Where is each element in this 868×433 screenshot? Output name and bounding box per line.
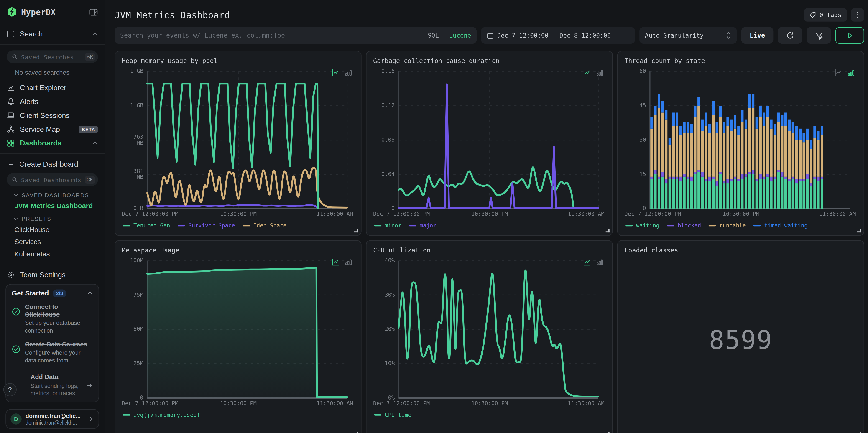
line-chart-toggle-icon[interactable] <box>583 258 591 266</box>
panel-heap-memory: Heap memory usage by pool 1 GB1 GB763 MB… <box>115 51 361 236</box>
chevron-down-icon <box>13 216 18 221</box>
sidebar-item-chart-explorer[interactable]: Chart Explorer <box>0 81 104 95</box>
line-chart-toggle-icon[interactable] <box>332 68 340 77</box>
legend-item[interactable]: runnable <box>709 222 746 228</box>
y-axis-labels: 40%30%20%10%0% <box>373 261 399 398</box>
event-search-placeholder: Search your events w/ Lucene ex. column:… <box>120 32 285 39</box>
legend-item[interactable]: CPU time <box>374 412 411 418</box>
line-chart-toggle-icon[interactable] <box>583 68 591 77</box>
play-icon <box>846 32 854 39</box>
check-circle-icon <box>11 345 21 353</box>
refresh-button[interactable] <box>778 27 802 44</box>
sidebar-item-service-map[interactable]: Service Map BETA <box>0 122 104 136</box>
chevron-up-icon <box>92 140 98 146</box>
bar-chart-toggle-icon[interactable] <box>847 68 855 77</box>
chart-explorer-icon <box>7 84 15 92</box>
y-axis-labels: 604530150 <box>624 71 650 209</box>
step-title: Add Data <box>31 373 82 381</box>
legend-item[interactable]: waiting <box>625 222 659 228</box>
legend-item[interactable]: Tenured Gen <box>123 222 170 228</box>
sidebar-item-label: Search <box>20 30 43 38</box>
step-desc: Set up your database connection <box>25 320 93 335</box>
sidebar-item-clickhouse[interactable]: ClickHouse <box>0 223 104 236</box>
legend-item[interactable]: Survivor Space <box>178 222 235 228</box>
sidebar-item-kubernetes[interactable]: Kubernetes <box>0 248 104 260</box>
search-icon <box>11 177 18 183</box>
more-options-button[interactable] <box>851 8 864 22</box>
chart-plot-area[interactable] <box>147 71 354 209</box>
bar-chart-toggle-icon[interactable] <box>344 68 352 77</box>
toolbar: Search your events w/ Lucene ex. column:… <box>115 27 864 44</box>
legend-item[interactable]: minor <box>374 222 401 228</box>
bell-icon <box>7 97 15 105</box>
tags-label: 0 Tags <box>819 11 842 19</box>
plus-icon <box>8 161 14 167</box>
sidebar-item-team-settings[interactable]: Team Settings <box>0 268 104 282</box>
create-dashboard-label: Create Dashboard <box>19 160 78 168</box>
legend-item[interactable]: blocked <box>667 222 701 228</box>
tags-button[interactable]: 0 Tags <box>804 8 847 22</box>
line-chart-toggle-icon[interactable] <box>332 258 340 266</box>
live-button[interactable]: Live <box>741 27 773 44</box>
step-title: Create Data Sources <box>25 340 93 348</box>
create-dashboard-button[interactable]: Create Dashboard <box>0 157 104 171</box>
x-axis-labels: Dec 7 12:00:00 PM10:30:00 PM11:30:00 AM <box>373 400 606 407</box>
legend-item[interactable]: avg(jvm.memory.used) <box>123 412 200 418</box>
saved-searches-input[interactable]: Saved Searches ⌘K <box>7 50 98 63</box>
get-started-step-add-data[interactable]: Add Data Start sending logs, metrics, or… <box>11 373 93 398</box>
logo-row: HyperDX <box>0 7 104 17</box>
language-toggle-sql[interactable]: SQL <box>428 32 439 39</box>
language-toggle-lucene[interactable]: Lucene <box>449 32 471 39</box>
search-page-icon <box>7 30 15 38</box>
main-content: JVM Metrics Dashboard 0 Tags Search your… <box>105 0 868 433</box>
saved-dashboards-input[interactable]: Saved Dashboards ⌘K <box>7 173 98 186</box>
sidebar-item-label: Alerts <box>20 97 38 105</box>
sidebar-item-client-sessions[interactable]: Client Sessions <box>0 109 104 122</box>
chart-plot-area[interactable] <box>650 71 857 209</box>
date-range-picker[interactable]: Dec 7 12:00:00 - Dec 8 12:00:00 <box>481 27 635 44</box>
saved-dashboards-placeholder: Saved Dashboards <box>21 176 81 183</box>
panel-resize-handle[interactable] <box>354 228 358 233</box>
get-started-progress-badge: 2/3 <box>53 289 66 297</box>
sidebar-collapse-icon[interactable] <box>89 7 98 17</box>
sidebar-item-search[interactable]: Search <box>0 27 104 41</box>
user-menu[interactable]: D dominic.tran@clic... dominic.tran@clic… <box>5 409 99 429</box>
bar-chart-toggle-icon[interactable] <box>596 258 604 266</box>
panel-metaspace: Metaspace Usage 100M75M50M25M0 Dec 7 12:… <box>115 240 361 433</box>
sidebar-item-jvm-metrics-dashboard[interactable]: JVM Metrics Dashboard <box>0 200 104 212</box>
calendar-icon <box>487 32 494 39</box>
shortcut-badge: ⌘K <box>85 53 95 61</box>
section-presets[interactable]: PRESETS <box>0 212 104 223</box>
get-started-step-connect[interactable]: Connect to ClickHouse Set up your databa… <box>11 303 93 335</box>
panel-resize-handle[interactable] <box>857 228 861 233</box>
sidebar-item-dashboards[interactable]: Dashboards <box>0 136 104 150</box>
legend-item[interactable]: timed_waiting <box>754 222 808 228</box>
legend-item[interactable]: major <box>409 222 436 228</box>
chart-plot-area[interactable] <box>399 261 606 398</box>
panel-resize-handle[interactable] <box>606 228 610 233</box>
app-window: HyperDX Search Saved Searches ⌘K No save… <box>0 0 868 433</box>
search-icon <box>11 54 18 60</box>
legend-item[interactable]: Eden Space <box>243 222 287 228</box>
sidebar-item-services[interactable]: Services <box>0 236 104 248</box>
language-separator: | <box>442 32 446 39</box>
line-chart-toggle-icon[interactable] <box>834 68 842 77</box>
chart-plot-area[interactable] <box>147 261 354 398</box>
run-query-button[interactable] <box>835 27 864 44</box>
chart-legend: avg(jvm.memory.used) <box>122 412 354 418</box>
section-saved-dashboards[interactable]: SAVED DASHBOARDS <box>0 188 104 200</box>
granularity-select[interactable]: Auto Granularity <box>640 27 737 44</box>
bar-chart-toggle-icon[interactable] <box>344 258 352 266</box>
sidebar-item-alerts[interactable]: Alerts <box>0 95 104 109</box>
event-search-input[interactable]: Search your events w/ Lucene ex. column:… <box>115 27 476 44</box>
loaded-classes-value: 8599 <box>709 325 772 355</box>
bar-chart-toggle-icon[interactable] <box>596 68 604 77</box>
saved-searches-placeholder: Saved Searches <box>21 54 81 60</box>
get-started-title: Get Started <box>11 289 49 297</box>
chevron-up-icon[interactable] <box>87 290 93 296</box>
get-started-step-data-sources[interactable]: Create Data Sources Configure where your… <box>11 340 93 364</box>
gear-icon <box>7 271 15 279</box>
filter-edit-button[interactable] <box>807 27 831 44</box>
chart-plot-area[interactable] <box>399 71 606 209</box>
help-button[interactable]: ? <box>3 383 17 396</box>
